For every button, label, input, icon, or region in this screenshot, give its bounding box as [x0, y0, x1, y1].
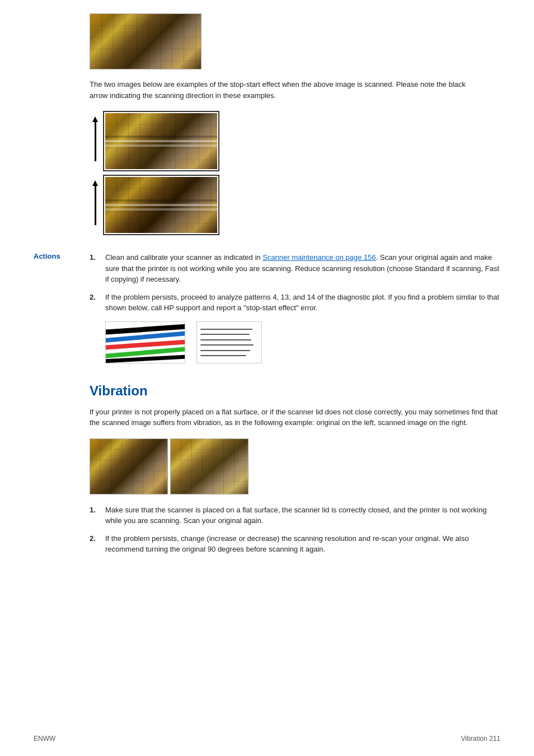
footer-right: Vibration 211 [461, 735, 501, 743]
list-text-before-link: Clean and calibrate your scanner as indi… [105, 253, 263, 262]
scan-image-2 [105, 177, 217, 233]
vib-list-number-1: 1. [90, 505, 105, 526]
vib-list-number-2: 2. [90, 533, 105, 555]
stop-start-row-2 [90, 175, 478, 235]
top-image-container [90, 13, 478, 71]
vib-list-content-1: Make sure that the scanner is placed on … [105, 505, 500, 526]
top-image-area: The two images below are examples of the… [90, 13, 478, 239]
top-original-image [90, 13, 202, 69]
stop-start-images [90, 111, 478, 239]
vibration-list: 1. Make sure that the scanner is placed … [90, 505, 500, 555]
arrow-indicator-1 [90, 116, 101, 161]
left-margin: Actions [34, 252, 90, 562]
vib-list-item-2: 2. If the problem persists, change (incr… [90, 533, 500, 555]
arrow-indicator-2 [90, 180, 101, 225]
actions-list: 1. Clean and calibrate your scanner as i… [90, 252, 500, 314]
scan-image-wrapper-1 [103, 111, 219, 171]
diagnostic-plot-image [105, 320, 262, 365]
vib-image-original [90, 438, 168, 494]
list-number-2: 2. [90, 292, 105, 314]
actions-margin-label: Actions [34, 252, 90, 260]
list-number-1: 1. [90, 252, 105, 285]
vib-image-scanned [170, 438, 249, 494]
vibration-description: If your printer is not properly placed o… [90, 407, 500, 428]
stop-start-description: The two images below are examples of the… [90, 79, 478, 101]
main-content: 1. Clean and calibrate your scanner as i… [90, 252, 500, 562]
footer: ENWW Vibration 211 [34, 735, 500, 743]
stop-start-row-1 [90, 111, 478, 171]
vib-list-content-2: If the problem persists, change (increas… [105, 533, 500, 555]
page-layout: Actions 1. Clean and calibrate your scan… [34, 252, 500, 562]
list-item-1: 1. Clean and calibrate your scanner as i… [90, 252, 500, 285]
list-content-2: If the problem persists, proceed to anal… [105, 292, 500, 314]
list-content-1: Clean and calibrate your scanner as indi… [105, 252, 500, 285]
footer-left: ENWW [34, 735, 55, 743]
vibration-images [90, 438, 500, 494]
vib-list-item-1: 1. Make sure that the scanner is placed … [90, 505, 500, 526]
scan-image-1 [105, 113, 217, 169]
diag-colored-lines [105, 321, 185, 363]
scanner-maintenance-link[interactable]: Scanner maintenance on page 156 [263, 253, 376, 262]
page: The two images below are examples of the… [0, 0, 534, 756]
list-item-2: 2. If the problem persists, proceed to a… [90, 292, 500, 314]
scan-image-wrapper-2 [103, 175, 219, 235]
diag-horizontal-lines [196, 321, 262, 363]
vibration-title: Vibration [90, 383, 500, 399]
